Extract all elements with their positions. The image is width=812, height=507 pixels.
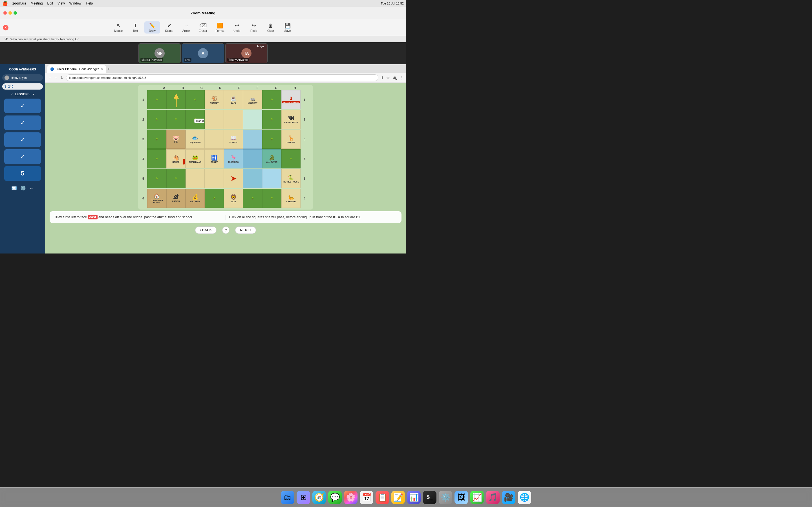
back-button[interactable]: ←	[48, 75, 52, 80]
cell-b1[interactable]: 🌳	[166, 90, 186, 109]
clear-button[interactable]: 🗑 Clear	[263, 22, 278, 34]
cell-e6[interactable]: 🦁 LION	[224, 189, 243, 208]
lesson-card-2[interactable]: ✓	[4, 115, 41, 130]
help-icon: ?	[225, 228, 227, 232]
cell-e4[interactable]: 🦩 FLAMINGO	[224, 149, 243, 168]
cell-f2[interactable]	[243, 110, 262, 129]
redo-button[interactable]: ↪ Redo	[246, 21, 262, 34]
cell-c5[interactable]	[186, 169, 205, 188]
lesson-card-1[interactable]: ✓	[4, 99, 41, 113]
tab-close-button[interactable]: ✕	[100, 67, 103, 71]
cell-c1[interactable]: 🌳	[186, 90, 205, 109]
cell-c4[interactable]: 🐸 AMPHIBIANS	[186, 149, 205, 168]
cabins-label: CABINS	[172, 200, 180, 203]
cell-a3[interactable]: 🌳	[147, 129, 166, 149]
cell-b5[interactable]: 🌳	[166, 169, 186, 188]
cell-b3[interactable]: 🐷 PIG	[166, 129, 186, 149]
lesson-next-button[interactable]: ›	[33, 92, 34, 96]
menu-view[interactable]: View	[57, 1, 65, 5]
cell-e3[interactable]: 📖 SCHOOL	[224, 129, 243, 149]
lesson-card-4[interactable]: ✓	[4, 149, 41, 164]
cell-e5[interactable]: ➤	[224, 169, 243, 188]
menu-meeting[interactable]: Meeting	[31, 1, 43, 5]
apple-menu[interactable]: 🍎	[2, 1, 8, 6]
extensions-icon[interactable]: 🔌	[392, 75, 397, 80]
stamp-tool-button[interactable]: ✔ Stamp	[161, 21, 177, 34]
cell-b4[interactable]: 🐴 HORSE	[166, 149, 186, 168]
cell-g3[interactable]: 🌳	[262, 129, 282, 149]
forward-button[interactable]: →	[54, 75, 58, 80]
cell-a1[interactable]: 🌳	[147, 90, 166, 109]
cell-h3[interactable]: 🦒 GIRAFFE	[282, 129, 301, 149]
cell-g5[interactable]	[262, 169, 282, 188]
new-tab-button[interactable]: +	[107, 66, 110, 73]
draw-tool-button[interactable]: ✏️ Draw	[144, 21, 160, 34]
redo-label: Redo	[250, 29, 257, 33]
cell-c3[interactable]: 🐟 AQUARIUM	[186, 129, 205, 149]
menu-window[interactable]: Window	[69, 1, 82, 5]
eraser-tool-button[interactable]: ⌫ Eraser	[195, 21, 211, 34]
cheetah-label: CHEETAH	[286, 201, 296, 203]
annotation-close-button[interactable]: ✕	[3, 25, 8, 31]
cell-e1[interactable]: ☕ CAFE	[224, 90, 243, 109]
cell-b2[interactable]: 🌳	[166, 110, 186, 129]
lesson-prev-button[interactable]: ‹	[11, 92, 13, 96]
cell-f4[interactable]	[243, 149, 262, 168]
cell-h6[interactable]: 🐆 CHEETAH	[282, 189, 301, 208]
cell-g2[interactable]: 🌳	[262, 110, 282, 129]
cell-d4[interactable]: 🚻 TOILET	[205, 149, 224, 168]
cell-h1[interactable]: 3 RESTRICTED AREA	[282, 90, 301, 109]
cell-a5[interactable]: 🌳	[147, 169, 166, 188]
arrow-tool-button[interactable]: → Arrow	[178, 22, 194, 34]
undo-button[interactable]: ↩ Undo	[229, 21, 245, 34]
share-icon[interactable]: ⬆	[380, 75, 384, 80]
cell-e2[interactable]	[224, 110, 243, 129]
next-nav-button[interactable]: NEXT ›	[235, 226, 256, 234]
close-button[interactable]	[3, 11, 7, 15]
cell-a2[interactable]: 🌳	[147, 110, 166, 129]
cell-h4[interactable]: 🌳	[282, 149, 301, 168]
bookmark-icon[interactable]: ☆	[386, 75, 390, 80]
cell-d3[interactable]	[205, 129, 224, 149]
browser-tab-active[interactable]: 🔵 Junior Platform | Code Avenger ✕	[47, 65, 106, 73]
mouse-tool-button[interactable]: ↖ Mouse	[110, 21, 126, 34]
mail-icon[interactable]: ✉️	[11, 185, 17, 191]
fullscreen-button[interactable]	[13, 11, 17, 15]
menu-help[interactable]: Help	[86, 1, 93, 5]
minimize-button[interactable]	[8, 11, 12, 15]
cell-f1[interactable]: 🦡 MEERKAT	[243, 90, 262, 109]
cell-h2[interactable]: 🍽 ANIMAL FOOD	[282, 110, 301, 129]
zoom-title: Zoom Meeting	[191, 11, 215, 15]
menu-edit[interactable]: Edit	[47, 1, 53, 5]
lesson-card-5[interactable]: 5	[4, 166, 41, 181]
cell-a6[interactable]: 🏠 ZOOKEEPER HOUSE	[147, 189, 166, 208]
cell-d1[interactable]: 🐒 MONKEY	[205, 90, 224, 109]
format-tool-button[interactable]: 🟧 Format	[212, 21, 228, 34]
cell-g1[interactable]: 🌳	[262, 90, 282, 109]
cell-g4[interactable]: 🐊 ALLIGATOR	[262, 149, 282, 168]
back-nav-button[interactable]: ‹ BACK	[195, 226, 217, 234]
cell-d2[interactable]	[205, 110, 224, 129]
cell-h5[interactable]: 🐍 REPTILE HOUSE	[282, 169, 301, 188]
cell-c2[interactable]: 🌳 Marisa Paryasto	[186, 110, 205, 129]
save-button[interactable]: 💾 Save	[280, 21, 296, 34]
cell-f5[interactable]	[243, 169, 262, 188]
cell-d5[interactable]	[205, 169, 224, 188]
cell-g6[interactable]: 🌳	[262, 189, 282, 208]
url-bar[interactable]: learn.codeavengers.com/computational-thi…	[66, 74, 378, 81]
grid-row-5: 5 🌳 🌳 ➤	[139, 169, 312, 188]
help-button[interactable]: ?	[222, 226, 230, 234]
cell-c6[interactable]: 💰 ZOO SHOP	[186, 189, 205, 208]
cell-f3[interactable]	[243, 129, 262, 149]
text-tool-button[interactable]: T Text	[128, 22, 143, 34]
settings-icon[interactable]: ⚙️	[20, 185, 26, 191]
cell-a4[interactable]: 🌳	[147, 149, 166, 168]
cabins-icon: 🏕	[173, 194, 179, 200]
cell-b6[interactable]: 🏕 CABINS	[166, 189, 186, 208]
cell-f6[interactable]: 🌳	[243, 189, 262, 208]
browser-menu-icon[interactable]: ⋮	[399, 75, 403, 80]
refresh-button[interactable]: ↻	[60, 75, 64, 80]
lesson-card-3[interactable]: ✓	[4, 132, 41, 147]
cell-d6[interactable]: 🌳	[205, 189, 224, 208]
back-arrow-icon[interactable]: ←	[29, 186, 34, 191]
